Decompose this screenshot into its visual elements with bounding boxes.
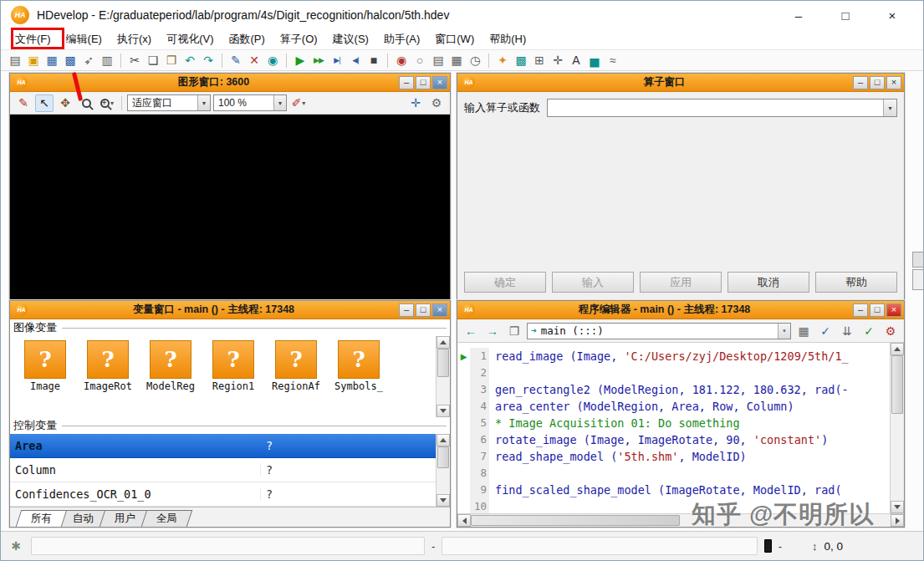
- matching-assistant-icon[interactable]: ▩: [512, 52, 530, 69]
- scroll-up-icon[interactable]: [436, 434, 450, 446]
- editor-minimize-button[interactable]: –: [853, 303, 868, 317]
- graphics-close-button[interactable]: ×: [432, 76, 447, 89]
- code-line[interactable]: 3gen_rectangle2 (ModelRegion, 181.122, 1…: [457, 381, 890, 398]
- navigate-forward-icon[interactable]: →: [483, 322, 502, 339]
- code-line[interactable]: 5* Image Acquisition 01: Do something: [457, 415, 890, 431]
- operator-button[interactable]: 帮助: [815, 272, 897, 293]
- variable-close-button[interactable]: ×: [432, 303, 447, 317]
- operator-close-button[interactable]: ×: [886, 76, 901, 89]
- code-line[interactable]: 7read_shape_model ('5th.shm', ModelID): [457, 448, 890, 465]
- set-display-parameters-icon[interactable]: ✎: [14, 94, 33, 112]
- operator-window-titlebar[interactable]: HA 算子窗口 – □ ×: [457, 74, 904, 92]
- maximize-button[interactable]: □: [836, 8, 855, 23]
- measure-assistant-icon[interactable]: ✛: [549, 52, 567, 69]
- control-variable-row[interactable]: Area?: [10, 434, 436, 458]
- procedure-settings-icon[interactable]: ⚙: [881, 322, 900, 339]
- copy-icon[interactable]: ❏: [144, 52, 162, 69]
- code-line[interactable]: 6rotate_image (Image, ImageRotate, 90, '…: [457, 431, 890, 448]
- image-variable[interactable]: ?ImageRot: [86, 340, 130, 417]
- run-icon[interactable]: ▶: [291, 52, 309, 69]
- redo-icon[interactable]: ↷: [199, 52, 217, 69]
- image-variable[interactable]: ?Symbols_: [337, 340, 380, 417]
- save-all-icon[interactable]: ▩: [61, 52, 79, 69]
- operator-minimize-button[interactable]: –: [853, 76, 868, 89]
- scroll-thumb[interactable]: [891, 355, 903, 414]
- operator-maximize-button[interactable]: □: [870, 76, 885, 89]
- operator-button[interactable]: 取消: [727, 272, 809, 293]
- save-program-icon[interactable]: ▦: [43, 52, 61, 69]
- variable-window-titlebar[interactable]: HA 变量窗口 - main () - 主线程: 17348 – □ ×: [10, 301, 450, 319]
- syntax-check-icon[interactable]: ✓: [816, 322, 835, 339]
- code-line[interactable]: 4area_center (ModelRegion, Area, Row, Co…: [457, 398, 890, 415]
- chevron-down-icon[interactable]: ▾: [302, 99, 305, 107]
- auto-format-icon[interactable]: ⇊: [838, 322, 856, 339]
- image-variable[interactable]: ?Image: [23, 340, 67, 417]
- operator-input[interactable]: [548, 99, 883, 116]
- control-variables-scrollbar[interactable]: [436, 434, 450, 507]
- code-line[interactable]: 9find_scaled_shape_model (ImageRotate, M…: [457, 482, 890, 498]
- pan-hand-icon[interactable]: ✥: [56, 94, 74, 112]
- operator-button[interactable]: 确定: [464, 272, 546, 293]
- profiler-icon[interactable]: ▤: [429, 52, 447, 69]
- code-line[interactable]: ▶1read_image (Image, 'C:/Users/zyj/Deskt…: [457, 348, 890, 365]
- print-icon[interactable]: ▥: [98, 52, 116, 69]
- image-variable[interactable]: ?RegionAf: [274, 340, 318, 417]
- pointer-select-icon[interactable]: ↖: [35, 94, 54, 112]
- chevron-down-icon[interactable]: ▾: [883, 99, 896, 116]
- fit-window-select[interactable]: 适应窗口 ▾: [127, 94, 211, 111]
- scroll-down-icon[interactable]: [436, 494, 450, 507]
- delete-line-icon[interactable]: ✕: [245, 52, 263, 69]
- graphics-maximize-button[interactable]: □: [416, 76, 431, 89]
- menu-item[interactable]: 函数(P): [221, 29, 272, 49]
- operator-button[interactable]: 应用: [640, 272, 722, 293]
- stop-icon[interactable]: ■: [365, 52, 383, 69]
- timer-icon[interactable]: ◷: [466, 52, 484, 69]
- chevron-down-icon[interactable]: ▾: [110, 99, 114, 107]
- image-variables-scrollbar[interactable]: [436, 336, 450, 417]
- scroll-track[interactable]: [436, 446, 450, 494]
- menu-item[interactable]: 助手(A): [376, 29, 427, 49]
- editor-maximize-button[interactable]: □: [870, 303, 885, 317]
- step-into-icon[interactable]: ▶|: [328, 52, 346, 69]
- minimize-button[interactable]: –: [789, 8, 808, 23]
- close-button[interactable]: ×: [883, 8, 901, 23]
- code-line[interactable]: 2: [457, 365, 890, 381]
- menu-item[interactable]: 可视化(V): [159, 29, 221, 49]
- operator-combobox[interactable]: ▾: [547, 99, 897, 117]
- variable-tab[interactable]: 所有: [16, 510, 67, 527]
- menu-item[interactable]: 建议(S): [325, 29, 376, 49]
- step-out-icon[interactable]: ◀|: [346, 52, 365, 69]
- film-strip-icon[interactable]: ▦: [447, 52, 466, 69]
- calibration-assistant-icon[interactable]: ⊞: [530, 52, 549, 69]
- paste-icon[interactable]: ❐: [162, 52, 181, 69]
- paint-mode-icon[interactable]: ✐▾: [289, 94, 308, 112]
- graphics-minimize-button[interactable]: –: [399, 76, 414, 89]
- open-program-icon[interactable]: ▣: [24, 52, 43, 69]
- scroll-track[interactable]: [891, 355, 904, 501]
- control-variable-row[interactable]: Confidences_OCR_01_0?: [10, 482, 436, 507]
- move-origin-icon[interactable]: ✛: [406, 94, 425, 112]
- menu-item[interactable]: 窗口(W): [427, 29, 482, 49]
- menu-item[interactable]: 执行(x): [110, 29, 159, 49]
- step-over-icon[interactable]: ▶▶: [309, 52, 328, 69]
- chevron-down-icon[interactable]: ▾: [197, 95, 210, 110]
- image-variable[interactable]: ?ModelReg: [149, 340, 192, 417]
- code-line[interactable]: 8: [457, 465, 890, 482]
- cut-icon[interactable]: ✂: [125, 52, 144, 69]
- display-settings-icon[interactable]: ⚙: [427, 94, 446, 112]
- insert-line-icon[interactable]: ✎: [227, 52, 245, 69]
- gray-histogram-icon[interactable]: ▅: [585, 52, 604, 69]
- ocr-assistant-icon[interactable]: A: [567, 52, 585, 69]
- control-variable-row[interactable]: Column?: [10, 458, 436, 482]
- set-breakpoint-icon[interactable]: ◉: [392, 52, 411, 69]
- code-editor[interactable]: ▶1read_image (Image, 'C:/Users/zyj/Deskt…: [457, 343, 890, 513]
- operator-button[interactable]: 输入: [552, 272, 634, 293]
- window-titlebar[interactable]: HA HDevelop - E:/graduateperiod/lab/prog…: [1, 1, 923, 29]
- zoom-level-select[interactable]: 100 % ▾: [213, 94, 287, 111]
- clipboard-icon[interactable]: ❐: [505, 322, 523, 339]
- image-acquisition-assistant-icon[interactable]: ✦: [493, 52, 512, 69]
- scroll-thumb[interactable]: [471, 515, 680, 526]
- zoom-mode-magnifier-icon[interactable]: ▾: [98, 94, 116, 112]
- scroll-left-icon[interactable]: [457, 514, 471, 527]
- export-program-icon[interactable]: ➶: [79, 52, 98, 69]
